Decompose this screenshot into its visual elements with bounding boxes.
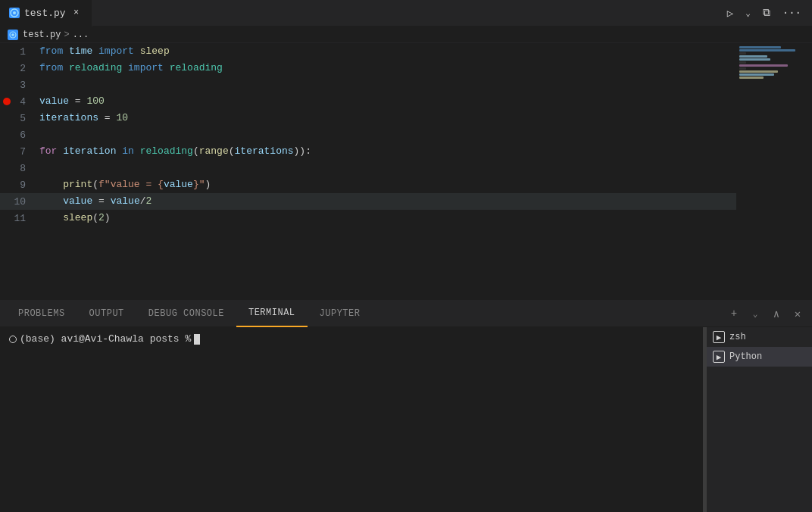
- breadcrumb-filename[interactable]: test.py: [23, 30, 61, 40]
- minimap[interactable]: [736, 43, 812, 300]
- terminal-prompt-text: (base) avi@Avi-Chawla posts %: [20, 333, 191, 345]
- minimap-content: [739, 46, 809, 80]
- split-editor-button[interactable]: ⧉: [760, 5, 773, 20]
- tab-debug-console[interactable]: DEBUG CONSOLE: [136, 301, 236, 327]
- tab-test-py[interactable]: test.py ×: [0, 0, 92, 27]
- tab-bar: test.py × ▷ ⌄ ⧉ ···: [0, 0, 812, 27]
- terminal-session-python[interactable]: ▶ Python: [707, 347, 812, 367]
- run-button[interactable]: ▷: [724, 5, 736, 21]
- line-content-7: for iteration in reloading(range(iterati…: [36, 143, 311, 160]
- line-number-11: 11: [0, 213, 36, 224]
- close-panel-button[interactable]: ✕: [789, 305, 806, 322]
- line-number-9: 9: [0, 180, 36, 191]
- line-content-11: sleep(2): [36, 210, 111, 226]
- code-line-11[interactable]: 11 sleep(2): [0, 210, 736, 226]
- line-number-4: 4: [0, 96, 36, 108]
- breakpoint-indicator: [3, 98, 11, 105]
- breadcrumb-separator: >: [64, 30, 69, 40]
- more-actions-button[interactable]: ···: [779, 5, 804, 20]
- maximize-panel-button[interactable]: ∧: [768, 305, 785, 322]
- code-line-8[interactable]: 8: [0, 160, 736, 176]
- tab-output[interactable]: OUTPUT: [77, 301, 136, 327]
- breadcrumb: test.py > ...: [0, 27, 812, 43]
- new-terminal-button[interactable]: +: [726, 305, 742, 322]
- code-line-5[interactable]: 5 iterations = 10: [0, 110, 736, 126]
- tab-close-button[interactable]: ×: [70, 7, 83, 19]
- panel-tabs-left: PROBLEMS OUTPUT DEBUG CONSOLE TERMINAL J…: [6, 301, 372, 327]
- terminal-python-icon: ▶: [713, 351, 725, 363]
- tabs-container: test.py ×: [0, 0, 92, 27]
- line-content-1: from time import sleep: [36, 43, 170, 60]
- tab-terminal[interactable]: TERMINAL: [236, 301, 308, 327]
- code-line-6[interactable]: 6: [0, 126, 736, 143]
- line-number-1: 1: [0, 46, 36, 58]
- line-content-4: value = 100: [36, 93, 105, 110]
- code-line-10[interactable]: 10 value = value/2: [0, 193, 736, 210]
- terminal-python-label: Python: [729, 351, 762, 362]
- code-line-2[interactable]: 2 from reloading import reloading: [0, 60, 736, 76]
- code-line-9[interactable]: 9 print(f"value = {value}"): [0, 176, 736, 193]
- line-number-10: 10: [0, 196, 36, 208]
- terminal-zsh-icon: ▶: [713, 331, 725, 343]
- code-line-4[interactable]: 4 value = 100: [0, 93, 736, 110]
- terminal-sidebar: ▶ zsh ▶ Python: [706, 327, 812, 512]
- breadcrumb-file-icon: [8, 30, 18, 40]
- terminal-main[interactable]: (base) avi@Avi-Chawla posts %: [0, 327, 703, 512]
- editor-actions: ▷ ⌄ ⧉ ···: [724, 5, 812, 21]
- code-area: 1 from time import sleep 2 from reloadin…: [0, 43, 736, 300]
- terminal-zsh-label: zsh: [729, 332, 746, 342]
- run-dropdown-button[interactable]: ⌄: [742, 7, 754, 20]
- svg-point-3: [11, 33, 14, 36]
- line-content-9: print(f"value = {value}"): [36, 176, 211, 193]
- line-content-2: from reloading import reloading: [36, 60, 223, 76]
- panel-tabs-bar: PROBLEMS OUTPUT DEBUG CONSOLE TERMINAL J…: [0, 301, 812, 327]
- terminal-cursor: [194, 333, 200, 345]
- terminal-body: (base) avi@Avi-Chawla posts % ▶ zsh ▶ Py…: [0, 327, 812, 512]
- code-line-7[interactable]: 7 for iteration in reloading(range(itera…: [0, 143, 736, 160]
- editor-container: 1 from time import sleep 2 from reloadin…: [0, 43, 812, 300]
- tab-problems[interactable]: PROBLEMS: [6, 301, 77, 327]
- line-content-5: iterations = 10: [36, 110, 128, 126]
- editor-main[interactable]: 1 from time import sleep 2 from reloadin…: [0, 43, 736, 300]
- line-number-7: 7: [0, 146, 36, 158]
- file-icon: [9, 8, 20, 18]
- panel-tab-actions: + ⌄ ∧ ✕: [726, 305, 806, 322]
- line-number-5: 5: [0, 113, 36, 124]
- line-content-10: value = value/2: [36, 193, 151, 210]
- tab-jupyter[interactable]: JUPYTER: [308, 301, 373, 327]
- code-line-1[interactable]: 1 from time import sleep: [0, 43, 736, 60]
- prompt-circle-icon: [9, 336, 17, 343]
- svg-point-1: [13, 11, 16, 14]
- line-number-2: 2: [0, 63, 36, 74]
- line-number-3: 3: [0, 80, 36, 91]
- terminal-dropdown-button[interactable]: ⌄: [747, 305, 764, 322]
- breadcrumb-rest[interactable]: ...: [73, 30, 89, 40]
- line-number-8: 8: [0, 163, 36, 174]
- line-number-6: 6: [0, 130, 36, 141]
- tab-filename: test.py: [24, 8, 66, 19]
- code-line-3[interactable]: 3: [0, 76, 736, 93]
- bottom-panel: PROBLEMS OUTPUT DEBUG CONSOLE TERMINAL J…: [0, 300, 812, 512]
- terminal-session-zsh[interactable]: ▶ zsh: [707, 327, 812, 347]
- terminal-prompt-line: (base) avi@Avi-Chawla posts %: [9, 333, 694, 345]
